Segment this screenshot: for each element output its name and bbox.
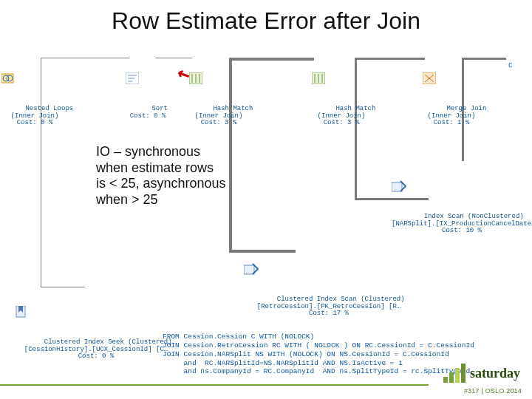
sql-line: and RC.NARSplitId=NS.NARSplitId AND NS.I… (163, 359, 403, 367)
slide-title: Row Estimate Error after Join (0, 7, 532, 35)
sql-line: JOIN Cession.NARSplit NS WITH (NOLOCK) O… (163, 350, 449, 358)
logo-bars-icon (443, 364, 466, 383)
plan-node-cost: Cost: 0 % (17, 119, 53, 126)
footer-caption: #317 | OSLO 2014 (464, 387, 522, 395)
hash-match-icon (189, 58, 248, 98)
footer-brand: saturday (470, 366, 520, 381)
plan-node-clustered-index-seek: Clustered Index Seek (Clustered) [Cessio… (15, 278, 177, 367)
plan-node-cost: Cost: 10 % (442, 227, 482, 234)
plan-node-cost: Cost: 3 % (201, 119, 237, 126)
sort-icon (126, 58, 170, 98)
note-line: when estimate rows (96, 160, 244, 177)
plan-node-sort: Sort Cost: 0 % (126, 44, 170, 126)
plan-node-merge-join: Merge Join (Inner Join) Cost: 1 % (423, 44, 480, 134)
note-line: when > 25 (96, 192, 244, 208)
svg-rect-17 (244, 265, 254, 274)
plan-node-cost: Cost: 3 % (324, 119, 360, 126)
io-note: IO – synchronous when estimate rows is <… (96, 144, 244, 208)
nested-loops-icon (1, 58, 68, 98)
plan-node-cost: Cost: 17 % (309, 310, 349, 317)
note-line: IO – synchronous (96, 144, 244, 160)
plan-node-hash-match-2: Hash Match (Inner Join) Cost: 3 % (312, 44, 371, 134)
plan-node-nested-loops: Nested Loops (Inner Join) Cost: 0 % (1, 44, 68, 134)
svg-rect-16 (392, 183, 402, 191)
sql-line: and ns.CompanyId = RC.CompanyId AND ns.S… (163, 367, 470, 375)
sql-line: FROM Cession.Cession C WITH (NOLOCK) (163, 332, 314, 341)
sql-source: FROM Cession.Cession C WITH (NOLOCK) JOI… (163, 324, 474, 385)
plan-node-clustered-index-scan: Clustered Index Scan (Clustered) [RetroC… (244, 235, 414, 324)
execution-plan: Nested Loops (Inner Join) Cost: 0 % Sort… (0, 44, 532, 325)
index-scan-icon (392, 166, 532, 206)
plan-node-hash-match-1: Hash Match (Inner Join) Cost: 3 % (189, 44, 248, 134)
plan-node-index-scan: Index Scan (NonClustered) [NARSplit].[IX… (392, 152, 532, 242)
hash-match-icon (312, 58, 371, 98)
note-line: is < 25, asynchronous (96, 176, 244, 192)
plan-node-cost: Cost: 1 % (434, 119, 470, 126)
sql-line: JOIN Cession.RetroCession RC WITH ( NOLO… (163, 341, 474, 349)
plan-node-cost: Cost: 0 % (130, 112, 166, 120)
clustered-index-scan-icon (244, 249, 414, 289)
merge-join-icon (423, 58, 480, 98)
plan-node-cost: Cost: 0 % (78, 352, 115, 360)
plan-node-sublabel: C (508, 62, 512, 69)
clustered-index-seek-icon (15, 292, 177, 332)
footer-divider (0, 384, 429, 386)
plan-node-cession: Cess C (508, 49, 532, 77)
footer-logo: saturday (443, 364, 520, 383)
